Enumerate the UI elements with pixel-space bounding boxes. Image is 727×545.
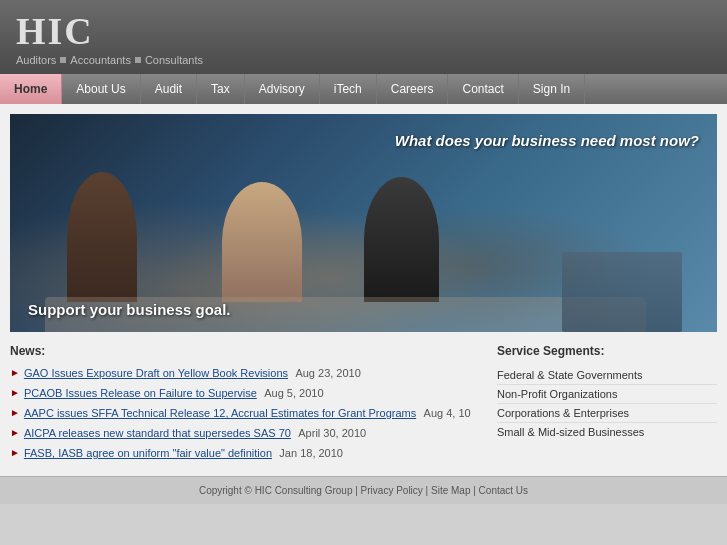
- nav-home[interactable]: Home: [0, 74, 62, 104]
- tagline-consultants: Consultants: [145, 54, 203, 66]
- service-item-0: Federal & State Governments: [497, 366, 717, 385]
- service-item-2: Corporations & Enterprises: [497, 404, 717, 423]
- hero-person-3: [364, 177, 439, 302]
- site-logo: HIC: [16, 12, 711, 50]
- news-arrow-icon: ►: [10, 407, 20, 418]
- news-date-2: Aug 4, 10: [424, 407, 471, 419]
- hero-text-top: What does your business need most now?: [395, 132, 699, 149]
- service-section: Service Segments: Federal & State Govern…: [497, 344, 717, 466]
- news-title: News:: [10, 344, 487, 358]
- news-date-4: Jan 18, 2010: [279, 447, 343, 459]
- news-date-1: Aug 5, 2010: [264, 387, 323, 399]
- hero-text-bottom: Support your business goal.: [28, 301, 231, 318]
- nav-careers[interactable]: Careers: [377, 74, 449, 104]
- news-link-0[interactable]: GAO Issues Exposure Draft on Yellow Book…: [24, 367, 288, 379]
- news-link-4[interactable]: FASB, IASB agree on uniform "fair value"…: [24, 447, 272, 459]
- news-link-3[interactable]: AICPA releases new standard that superse…: [24, 427, 291, 439]
- nav-tax[interactable]: Tax: [197, 74, 245, 104]
- service-item-1: Non-Profit Organizations: [497, 385, 717, 404]
- service-item-3: Small & Mid-sized Businesses: [497, 423, 717, 441]
- hero-person-1: [67, 172, 137, 302]
- news-link-1[interactable]: PCAOB Issues Release on Failure to Super…: [24, 387, 257, 399]
- nav-advisory[interactable]: Advisory: [245, 74, 320, 104]
- news-date-0: Aug 23, 2010: [295, 367, 360, 379]
- list-item: ► AAPC issues SFFA Technical Release 12,…: [10, 406, 487, 420]
- hero-banner: What does your business need most now? S…: [10, 114, 717, 332]
- nav-contact[interactable]: Contact: [448, 74, 518, 104]
- news-date-3: April 30, 2010: [298, 427, 366, 439]
- service-title: Service Segments:: [497, 344, 717, 358]
- footer-text: Copyright © HIC Consulting Group | Priva…: [199, 485, 528, 496]
- content-row: News: ► GAO Issues Exposure Draft on Yel…: [10, 344, 717, 466]
- tagline-accountants: Accountants: [70, 54, 131, 66]
- main-content: What does your business need most now? S…: [0, 104, 727, 476]
- nav-itech[interactable]: iTech: [320, 74, 377, 104]
- tagline-auditors: Auditors: [16, 54, 56, 66]
- bullet-1: [60, 57, 66, 63]
- list-item: ► PCAOB Issues Release on Failure to Sup…: [10, 386, 487, 400]
- site-tagline: Auditors Accountants Consultants: [16, 54, 711, 66]
- bullet-2: [135, 57, 141, 63]
- list-item: ► AICPA releases new standard that super…: [10, 426, 487, 440]
- site-footer: Copyright © HIC Consulting Group | Priva…: [0, 476, 727, 504]
- nav-about-us[interactable]: About Us: [62, 74, 140, 104]
- news-arrow-icon: ►: [10, 447, 20, 458]
- news-link-2[interactable]: AAPC issues SFFA Technical Release 12, A…: [24, 407, 416, 419]
- hero-person-2: [222, 182, 302, 302]
- news-section: News: ► GAO Issues Exposure Draft on Yel…: [10, 344, 487, 466]
- nav-sign-in[interactable]: Sign In: [519, 74, 585, 104]
- list-item: ► GAO Issues Exposure Draft on Yellow Bo…: [10, 366, 487, 380]
- hero-chairs: [562, 252, 682, 332]
- list-item: ► FASB, IASB agree on uniform "fair valu…: [10, 446, 487, 460]
- news-arrow-icon: ►: [10, 387, 20, 398]
- news-arrow-icon: ►: [10, 367, 20, 378]
- nav-audit[interactable]: Audit: [141, 74, 197, 104]
- main-nav: Home About Us Audit Tax Advisory iTech C…: [0, 74, 727, 104]
- news-arrow-icon: ►: [10, 427, 20, 438]
- site-header: HIC Auditors Accountants Consultants: [0, 0, 727, 74]
